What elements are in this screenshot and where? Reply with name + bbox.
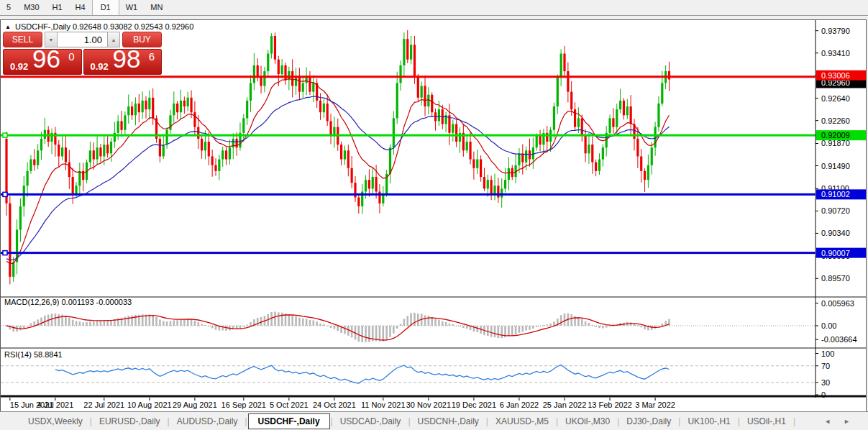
chart-window: 0.937900.934100.930300.926400.922600.918… [0, 19, 867, 411]
svg-text:0.005963: 0.005963 [821, 299, 854, 308]
volume-input[interactable]: 1.00 [58, 32, 107, 47]
svg-text:0.90007: 0.90007 [821, 249, 850, 257]
svg-text:11 Nov 2021: 11 Nov 2021 [361, 401, 406, 409]
hline-handle[interactable] [3, 133, 7, 137]
chart-tab-xauusd-m5[interactable]: XAUUSD-,M5 [489, 413, 555, 429]
chart-tab-usoil-h1[interactable]: USOil-,H1 [741, 413, 792, 429]
svg-text:22 Jul 2021: 22 Jul 2021 [83, 401, 124, 409]
macd-indicator-label: MACD(12,26,9) 0.001193 -0.000033 [4, 298, 132, 306]
svg-text:0.93790: 0.93790 [821, 27, 850, 35]
svg-text:30: 30 [821, 378, 830, 387]
svg-text:0.90720: 0.90720 [821, 206, 850, 215]
main-chart-svg: 0.937900.934100.930300.926400.922600.918… [1, 20, 866, 411]
svg-text:10 Aug 2021: 10 Aug 2021 [127, 401, 172, 409]
timeframe-button-h4[interactable]: H4 [69, 0, 92, 15]
chart-tab-audusd-daily[interactable]: AUDUSD-,Daily [170, 413, 245, 429]
svg-text:0.91870: 0.91870 [821, 139, 850, 147]
svg-text:24 Oct 2021: 24 Oct 2021 [313, 401, 356, 409]
chart-ohlc-values: 0.92648 0.93082 0.92543 0.92960 [73, 22, 193, 31]
timeframe-button-mn[interactable]: MN [144, 0, 169, 15]
sell-price-big: 96 [32, 45, 60, 73]
buy-price-big: 98 [113, 45, 141, 73]
collapse-triangle-icon[interactable]: ▲ [5, 24, 11, 30]
svg-text:5 Oct 2021: 5 Oct 2021 [270, 401, 309, 409]
svg-text:3 Mar 2022: 3 Mar 2022 [635, 401, 675, 409]
tab-scroll-left-icon[interactable]: ◄ [818, 418, 837, 425]
hline-handle[interactable] [3, 251, 7, 255]
svg-text:13 Feb 2022: 13 Feb 2022 [588, 401, 632, 409]
chart-tab-uk100-h1[interactable]: UK100-,H1 [681, 413, 736, 429]
timeframe-button-d1[interactable]: D1 [92, 0, 119, 15]
one-click-trade-panel: SELL ▼ 1.00 ▲ BUY 0.92 96 0 0.92 98 6 [3, 32, 162, 75]
svg-text:70: 70 [821, 362, 830, 370]
svg-text:0.93410: 0.93410 [821, 49, 850, 58]
hline-0.92009[interactable] [1, 134, 816, 137]
rsi-pane [1, 365, 816, 383]
svg-text:0.89570: 0.89570 [821, 274, 850, 283]
chart-tab-usdchf-daily[interactable]: USDCHF-,Daily [248, 413, 330, 429]
sell-price-pip: 0 [68, 50, 74, 63]
svg-text:30 Nov 2021: 30 Nov 2021 [406, 401, 451, 409]
svg-text:0: 0 [821, 390, 826, 399]
svg-text:6 Jan 2022: 6 Jan 2022 [500, 401, 539, 409]
svg-text:16 Sep 2021: 16 Sep 2021 [221, 401, 266, 409]
chart-tab-dj30-daily[interactable]: DJ30-,Daily [620, 413, 677, 429]
svg-text:0.91490: 0.91490 [821, 162, 850, 170]
timeframe-toolbar: 5M30H1H4D1W1MN [0, 0, 868, 16]
mt4-terminal: { "toolbar": { "timeframes": ["5", "M30"… [0, 0, 868, 430]
hline-handle[interactable] [3, 192, 7, 196]
svg-text:0.92640: 0.92640 [821, 94, 850, 103]
svg-text:4 Jul 2021: 4 Jul 2021 [37, 401, 74, 409]
chart-header: ▲ USDCHF-,Daily 0.92648 0.93082 0.92543 … [5, 22, 193, 31]
buy-price-prefix: 0.92 [91, 61, 109, 72]
rsi-indicator-label: RSI(14) 58.8841 [4, 350, 63, 359]
hline-0.93006[interactable] [1, 76, 816, 78]
buy-price-button[interactable]: 0.92 98 6 [83, 49, 163, 75]
date-axis: 15 Jun 20214 Jul 202122 Jul 202110 Aug 2… [10, 398, 675, 409]
chart-tab-usdcad-daily[interactable]: USDCAD-,Daily [334, 413, 408, 429]
svg-text:0.90340: 0.90340 [821, 229, 850, 237]
moving-average-13 [6, 78, 670, 263]
hline-0.91002[interactable] [1, 193, 816, 196]
chart-tab-ukoil-m30[interactable]: UKOil-,M30 [559, 413, 616, 429]
buy-price-pip: 6 [149, 50, 155, 63]
svg-text:19 Dec 2021: 19 Dec 2021 [452, 401, 496, 409]
tab-divider: | [792, 416, 796, 426]
svg-text:0.00: 0.00 [821, 321, 836, 330]
tab-scroll-right-icon[interactable]: ► [837, 418, 856, 425]
timeframe-button-5[interactable]: 5 [0, 0, 17, 15]
timeframe-button-w1[interactable]: W1 [119, 0, 145, 15]
svg-text:0.92260: 0.92260 [821, 116, 850, 125]
chart-tab-usdx-weekly[interactable]: USDX,Weekly [22, 413, 89, 429]
sell-price-prefix: 0.92 [10, 61, 28, 72]
timeframe-button-m30[interactable]: M30 [17, 0, 45, 15]
chart-tab-eurusd-daily[interactable]: EURUSD-,Daily [93, 413, 167, 429]
svg-text:29 Aug 2021: 29 Aug 2021 [173, 401, 217, 409]
svg-text:0.93006: 0.93006 [821, 71, 850, 80]
svg-text:100: 100 [821, 349, 834, 358]
chart-symbol-label: USDCHF-,Daily [15, 22, 70, 31]
svg-text:-0.003664: -0.003664 [821, 335, 857, 344]
chart-tab-bar: USDX,Weekly|EURUSD-,Daily|AUDUSD-,Daily|… [0, 411, 868, 430]
rsi-line [55, 365, 670, 383]
hline-0.90007[interactable] [1, 252, 816, 254]
svg-text:0.92009: 0.92009 [821, 131, 850, 139]
timeframe-button-h1[interactable]: H1 [46, 0, 69, 15]
svg-text:0.91002: 0.91002 [821, 190, 850, 198]
svg-text:25 Jan 2022: 25 Jan 2022 [543, 401, 587, 409]
chart-tab-usdcnh-daily[interactable]: USDCNH-,Daily [411, 413, 485, 429]
sell-price-button[interactable]: 0.92 96 0 [3, 49, 82, 75]
